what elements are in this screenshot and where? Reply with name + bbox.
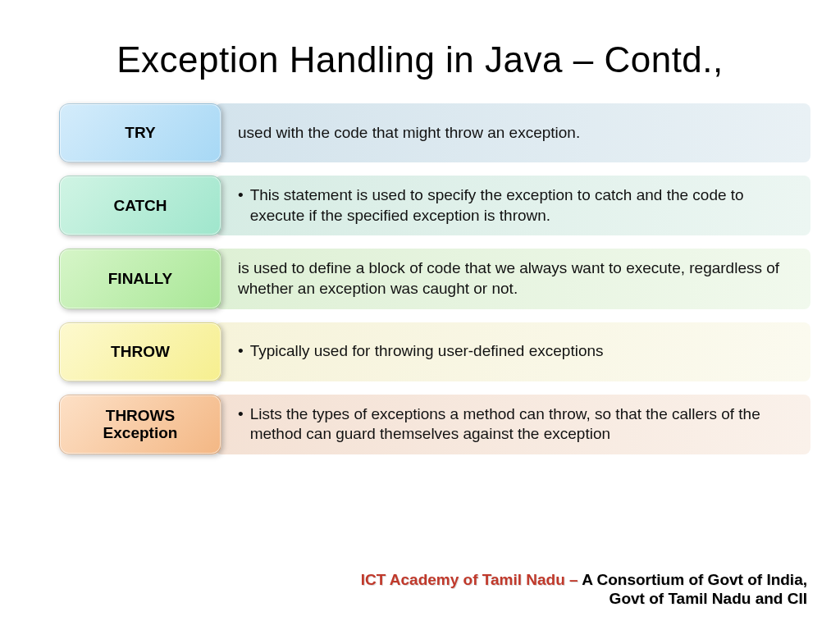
desc-finally: is used to define a block of code that w… (215, 249, 810, 308)
row-try: TRY used with the code that might throw … (59, 103, 810, 162)
bullet-icon: • (238, 341, 244, 362)
bullet-icon: • (238, 404, 244, 425)
footer-rest: A Consortium of Govt of India, Govt of T… (582, 571, 807, 608)
desc-throw-text: Typically used for throwing user-defined… (250, 341, 604, 362)
slide-title: Exception Handling in Java – Contd., (0, 0, 840, 103)
desc-try-text: used with the code that might throw an e… (238, 123, 580, 144)
desc-throws-text: Lists the types of exceptions a method c… (250, 404, 796, 445)
bullet-icon: • (238, 185, 244, 206)
row-throws: THROWS Exception • Lists the types of ex… (59, 395, 810, 454)
label-try: TRY (59, 103, 221, 162)
desc-throws: • Lists the types of exceptions a method… (215, 395, 810, 454)
row-catch: CATCH • This statement is used to specif… (59, 176, 810, 235)
definition-list: TRY used with the code that might throw … (0, 103, 840, 454)
label-throw: THROW (59, 322, 221, 381)
row-throw: THROW • Typically used for throwing user… (59, 322, 810, 381)
footer-attribution: ICT Academy of Tamil Nadu – A Consortium… (348, 570, 807, 609)
desc-try: used with the code that might throw an e… (215, 103, 810, 162)
desc-catch-text: This statement is used to specify the ex… (250, 185, 796, 226)
desc-catch: • This statement is used to specify the … (215, 176, 810, 235)
label-throws: THROWS Exception (59, 395, 221, 454)
row-finally: FINALLY is used to define a block of cod… (59, 249, 810, 308)
desc-finally-text: is used to define a block of code that w… (238, 258, 796, 299)
desc-throw: • Typically used for throwing user-defin… (215, 322, 810, 381)
label-finally: FINALLY (59, 249, 221, 308)
footer-org: ICT Academy of Tamil Nadu – (361, 571, 582, 588)
label-catch: CATCH (59, 176, 221, 235)
